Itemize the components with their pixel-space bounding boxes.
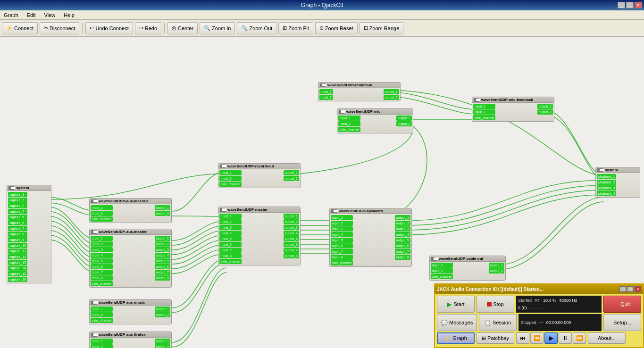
node-system-left[interactable]: system capture_1 capture_2 capture_3 cap… [7, 185, 51, 283]
port-in2[interactable]: input_2 [219, 176, 242, 181]
node-aux-discord[interactable]: waveSendUDP-aux-discord input_1 input_2 … [89, 198, 172, 223]
port-playback2[interactable]: playback_2 [597, 180, 616, 185]
undo-connect-button[interactable]: ↩ Undo Connect [85, 22, 133, 34]
port-out3[interactable]: output_3 [284, 225, 299, 230]
port-out5[interactable]: output_5 [155, 258, 170, 264]
zoom-fit-button[interactable]: ⊞ Zoom Fit [278, 22, 313, 34]
port-in1[interactable]: input_1 [473, 104, 495, 109]
port-side[interactable]: side_channel [91, 216, 113, 222]
port-in1[interactable]: input_1 [331, 215, 353, 220]
port-in2[interactable]: input_2 [473, 109, 495, 115]
port-capture8[interactable]: capture_8 [8, 232, 27, 237]
port-capture2[interactable]: capture_2 [8, 198, 27, 203]
disconnect-button[interactable]: ✂ Disconnect [40, 22, 79, 34]
menu-graph[interactable]: Graph [2, 12, 20, 18]
port-in8[interactable]: input_8 [331, 255, 353, 260]
port-out1[interactable]: output_1 [384, 89, 399, 94]
jack-maximize-button[interactable]: □ [627, 286, 634, 292]
port-in3[interactable]: input_3 [331, 226, 353, 232]
port-in5[interactable]: input_5 [91, 258, 113, 264]
node-cable-out[interactable]: waveSendUDP-cable-out input_1 input_2 si… [429, 256, 506, 281]
port-out2[interactable]: output_2 [284, 176, 299, 181]
port-out7[interactable]: output_7 [284, 248, 299, 253]
jack-stop-button[interactable]: Stop [477, 296, 514, 313]
port-capture16[interactable]: capture_16 [8, 277, 27, 282]
port-capture14[interactable]: capture_14 [8, 265, 27, 271]
port-out5[interactable]: output_5 [395, 238, 410, 243]
port-out8[interactable]: output_8 [155, 275, 170, 281]
port-out2[interactable]: output_2 [396, 121, 412, 126]
port-capture4[interactable]: capture_4 [8, 209, 27, 214]
port-in1[interactable]: input_1 [319, 89, 333, 94]
port-out3[interactable]: output_3 [395, 226, 410, 232]
port-side[interactable]: side_channel [91, 281, 113, 286]
port-capture9[interactable]: capture_9 [8, 237, 27, 242]
port-in1[interactable]: input_1 [91, 339, 113, 344]
port-out2[interactable]: output_2 [155, 241, 170, 247]
port-in4[interactable]: input_4 [219, 231, 242, 236]
port-out2[interactable]: output_2 [155, 344, 170, 348]
node-aux-music[interactable]: waveSendUDP-aux-music input_1 input_2 si… [89, 299, 172, 324]
port-in1[interactable]: input_1 [91, 236, 113, 241]
menu-help[interactable]: Help [62, 12, 76, 18]
port-capture12[interactable]: capture_12 [8, 254, 27, 259]
port-out6[interactable]: output_6 [395, 243, 410, 249]
port-in2[interactable]: input_2 [431, 268, 453, 273]
port-capture10[interactable]: capture_10 [8, 243, 27, 248]
transport-play-button[interactable]: ▶ [544, 332, 558, 344]
close-button[interactable]: ✕ [635, 2, 642, 8]
port-in8[interactable]: input_8 [219, 253, 242, 258]
port-capture6[interactable]: capture_6 [8, 220, 27, 225]
port-in3[interactable]: input_3 [91, 247, 113, 252]
port-in2[interactable]: input_2 [338, 121, 360, 126]
port-capture7[interactable]: capture_7 [8, 226, 27, 231]
maximize-button[interactable]: □ [626, 2, 634, 8]
zoom-in-button[interactable]: 🔍 Zoom In [200, 22, 235, 34]
port-side[interactable]: side_channel [91, 318, 113, 323]
port-out2[interactable]: output_2 [155, 211, 170, 216]
connect-button[interactable]: ⚡ Connect [2, 22, 38, 34]
port-out1[interactable]: output_1 [396, 116, 412, 121]
port-playback4[interactable]: playback_4 [597, 191, 616, 196]
menu-view[interactable]: View [42, 12, 58, 18]
port-out1[interactable]: output_1 [155, 339, 170, 344]
port-out7[interactable]: output_7 [155, 270, 170, 275]
transport-pause-button[interactable]: ⏸ [559, 332, 572, 344]
port-out8[interactable]: output_8 [395, 255, 410, 260]
port-side[interactable]: side_channel [219, 182, 242, 187]
port-side[interactable]: side_channel [431, 274, 453, 279]
port-capture3[interactable]: capture_3 [8, 203, 27, 208]
port-out2[interactable]: output_2 [155, 312, 170, 317]
jack-about-button[interactable]: About... [588, 332, 626, 344]
port-capture1[interactable]: capture_1 [8, 192, 27, 197]
jack-messages-button[interactable]: 💬 Messages [437, 314, 477, 331]
port-out4[interactable]: output_4 [284, 231, 299, 236]
center-button[interactable]: ◎ Center [167, 22, 198, 34]
jack-session-button[interactable]: 📋 Session [479, 314, 517, 331]
port-out4[interactable]: output_4 [155, 253, 170, 258]
port-capture5[interactable]: capture_5 [8, 215, 27, 220]
port-in1[interactable]: input_1 [91, 205, 113, 210]
port-playback3[interactable]: playback_3 [597, 185, 616, 191]
port-out6[interactable]: output_6 [155, 264, 170, 269]
port-in7[interactable]: input_7 [91, 270, 113, 275]
transport-rewind-button[interactable]: ⏮ [516, 332, 529, 344]
port-in7[interactable]: input_7 [331, 249, 353, 254]
port-in4[interactable]: input_4 [331, 232, 353, 237]
main-canvas[interactable]: .conn { fill: none; stroke: #22aa22; str… [0, 37, 644, 348]
port-out1[interactable]: output_1 [155, 205, 170, 210]
port-in5[interactable]: input_5 [219, 236, 242, 241]
port-out3[interactable]: output_3 [155, 247, 170, 252]
port-playback1[interactable]: playback_1 [597, 174, 616, 179]
port-side[interactable]: side_channel [331, 260, 353, 265]
port-side[interactable]: side_channel [473, 115, 495, 120]
jack-start-button[interactable]: ▶ Start [437, 296, 475, 313]
port-out1[interactable]: output_1 [155, 307, 170, 312]
node-aux-master[interactable]: waveSendUDP-aux-master input_1 input_2 i… [89, 229, 172, 288]
zoom-out-button[interactable]: 🔍 Zoom Out [237, 22, 276, 34]
port-capture11[interactable]: capture_11 [8, 249, 27, 254]
port-out1[interactable]: output_1 [284, 214, 299, 219]
port-in4[interactable]: input_4 [91, 253, 113, 258]
port-in1[interactable]: input_1 [219, 214, 242, 219]
zoom-reset-button[interactable]: ⊙ Zoom Reset [315, 22, 358, 34]
